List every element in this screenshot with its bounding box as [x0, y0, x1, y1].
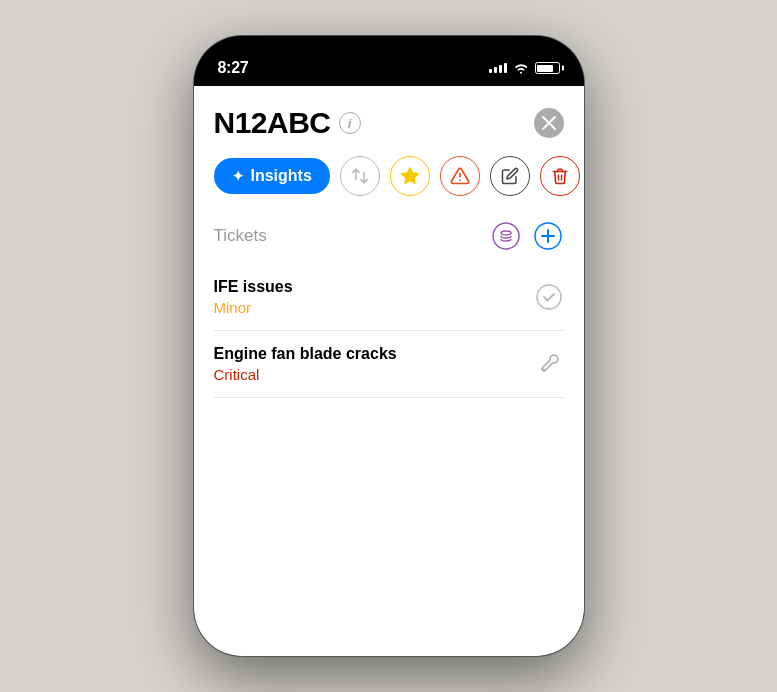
ticket-wrench-button[interactable] [534, 349, 564, 379]
svg-marker-0 [402, 168, 419, 184]
info-icon[interactable]: i [339, 112, 361, 134]
ticket-severity: Minor [214, 299, 534, 316]
ticket-info: Engine fan blade cracks Critical [214, 345, 534, 383]
status-time: 8:27 [218, 59, 249, 77]
ticket-item: Engine fan blade cracks Critical [214, 331, 564, 398]
svg-point-4 [501, 231, 511, 235]
add-ticket-button[interactable] [532, 220, 564, 252]
phone-frame: 8:27 N12ABC [194, 36, 584, 656]
header-row: N12ABC i [214, 106, 564, 140]
ticket-info: IFE issues Minor [214, 278, 534, 316]
battery-icon [535, 62, 560, 74]
sparkle-icon: ✦ [232, 168, 244, 184]
ticket-title: Engine fan blade cracks [214, 345, 534, 363]
tickets-section-header: Tickets [214, 220, 564, 252]
close-button[interactable] [534, 108, 564, 138]
aircraft-id: N12ABC [214, 106, 331, 140]
svg-point-3 [493, 223, 519, 249]
star-button[interactable] [390, 156, 430, 196]
ticket-severity: Critical [214, 366, 534, 383]
status-icons [489, 62, 560, 74]
wifi-icon [513, 62, 529, 74]
screen: N12ABC i ✦ Insights [194, 86, 584, 656]
stack-button[interactable] [490, 220, 522, 252]
ticket-title: IFE issues [214, 278, 534, 296]
title-area: N12ABC i [214, 106, 361, 140]
edit-button[interactable] [490, 156, 530, 196]
transfer-button[interactable] [340, 156, 380, 196]
ticket-item: IFE issues Minor [214, 264, 564, 331]
alert-button[interactable] [440, 156, 480, 196]
section-action-icons [490, 220, 564, 252]
ticket-check-button[interactable] [534, 282, 564, 312]
insights-label: Insights [251, 167, 312, 185]
actions-row: ✦ Insights [214, 156, 564, 196]
svg-point-8 [537, 285, 561, 309]
signal-icon [489, 63, 507, 73]
delete-button[interactable] [540, 156, 580, 196]
notch [324, 36, 454, 66]
insights-button[interactable]: ✦ Insights [214, 158, 330, 194]
tickets-label: Tickets [214, 226, 267, 246]
